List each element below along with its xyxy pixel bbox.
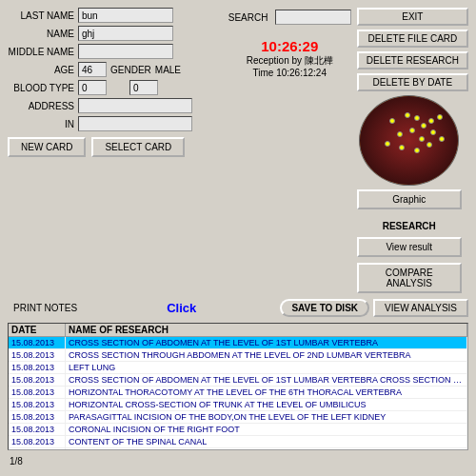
delete-file-card-button[interactable]: DELETE FILE CARD (357, 30, 468, 48)
image-dot (414, 115, 420, 121)
medical-image (359, 95, 459, 186)
in-label: IN (8, 119, 74, 129)
search-label: SEARCH (228, 12, 271, 23)
new-card-button[interactable]: NEW CARD (8, 137, 86, 157)
cell-date: 15.08.2013 (9, 337, 66, 348)
name-input[interactable] (78, 26, 173, 41)
table-row[interactable]: 15.08.2013HORIZONTAL CROSS-SECTION OF TR… (9, 399, 467, 411)
click-text: Click (87, 301, 276, 315)
in-input[interactable] (78, 116, 192, 131)
image-dot (421, 123, 426, 129)
table-row[interactable]: 15.08.2013CORONAL INCISION OF THE RIGHT … (9, 424, 467, 436)
reception-text: Reception by 陳北樺 (247, 54, 333, 68)
research-label: RESEARCH (383, 221, 436, 231)
image-dot (437, 114, 443, 120)
image-dot (428, 118, 434, 124)
view-result-button[interactable]: View result (357, 237, 462, 257)
image-dot (389, 118, 395, 124)
compare-analysis-button[interactable]: COMPARE ANALYSIS (357, 263, 462, 293)
age-label: AGE (8, 65, 74, 75)
image-panel: Graphic RESEARCH View result COMPARE ANA… (357, 95, 462, 293)
gender-label: GENDER (110, 65, 151, 75)
cell-date: 15.08.2013 (9, 374, 66, 386)
graphic-button[interactable]: Graphic (357, 189, 462, 209)
print-notes-label: PRINT NOTES (8, 301, 83, 315)
cell-date: 15.08.2013 (9, 411, 66, 423)
gender-value: MALE (155, 65, 181, 75)
image-dot (414, 148, 420, 153)
table-section: DATE NAME OF RESEARCH 15.08.2013CROSS SE… (8, 323, 468, 450)
action-buttons: NEW CARD SELECT CARD (8, 134, 223, 160)
cell-date: 15.08.2013 (9, 424, 66, 435)
save-to-disk-button[interactable]: SAVE TO DISK (280, 299, 369, 317)
cell-name: HORIZONTAL THORACOTOMY AT THE LEVEL OF T… (66, 387, 467, 398)
search-row: SEARCH (228, 10, 351, 25)
middle-name-row: MIDDLE NAME (8, 44, 223, 59)
cell-date: 15.08.2013 (9, 362, 66, 373)
cell-date: 15.08.2013 (9, 448, 66, 450)
table-row[interactable]: 15.08.2013CROSS SECTION OF ABDOMEN AT TH… (9, 374, 467, 387)
table-row[interactable]: 15.08.2013CROSS SECTION THROUGH ABDOMEN … (9, 349, 467, 362)
table-row[interactable]: 15.08.2013CROSS SECTION OF ABDOMEN AT TH… (9, 337, 467, 349)
image-dot (419, 136, 425, 142)
address-label: ADDRESS (8, 101, 74, 111)
search-input[interactable] (275, 10, 351, 25)
table-row[interactable]: 15.08.2013ARTERIAL WILLIS RING,VIEW FROM… (9, 448, 467, 450)
blood-rh-input[interactable] (129, 80, 158, 95)
time-local: Time 10:26:12:24 (253, 68, 327, 78)
last-name-input[interactable] (78, 8, 173, 23)
center-panel: SEARCH 10:26:29 Reception by 陳北樺 Time 10… (228, 8, 351, 293)
cell-date: 15.08.2013 (9, 387, 66, 398)
footer-row: 1/8 (8, 454, 468, 468)
last-name-label: LAST NAME (8, 10, 74, 21)
blood-label: BLOOD TYPE (8, 83, 74, 93)
cell-name: CROSS SECTION OF ABDOMEN AT THE LEVEL OF… (66, 337, 467, 348)
image-dot (385, 141, 390, 147)
cell-name: CROSS SECTION OF ABDOMEN AT THE LEVEL OF… (66, 374, 467, 386)
image-dot (439, 136, 445, 142)
table-body: 15.08.2013CROSS SECTION OF ABDOMEN AT TH… (9, 337, 467, 450)
blood-type-input[interactable] (78, 80, 107, 95)
image-dot (426, 142, 432, 148)
select-card-button[interactable]: SELECT CARD (91, 137, 185, 157)
cell-date: 15.08.2013 (9, 399, 66, 410)
name-row: NAME (8, 26, 223, 41)
toolbar-section: PRINT NOTES Click SAVE TO DISK VIEW ANAL… (8, 297, 468, 319)
address-input[interactable] (78, 98, 192, 113)
name-label: NAME (8, 29, 74, 39)
age-gender-row: AGE GENDER MALE (8, 62, 223, 77)
cell-name: HORIZONTAL CROSS-SECTION OF TRUNK AT THE… (66, 399, 467, 410)
cell-name: CONTENT OF THE SPINAL CANAL (66, 436, 467, 447)
last-name-row: LAST NAME (8, 8, 223, 23)
age-input[interactable] (78, 62, 107, 77)
col-date-header: DATE (9, 324, 66, 336)
cell-name: LEFT LUNG (66, 362, 467, 373)
right-panel: EXIT DELETE FILE CARD DELETE RESEARCH DE… (357, 8, 468, 293)
view-analysis-button[interactable]: VIEW ANALYSIS (373, 299, 468, 317)
image-dot (409, 128, 415, 133)
page-info: 1/8 (10, 456, 23, 466)
table-row[interactable]: 15.08.2013CONTENT OF THE SPINAL CANAL (9, 436, 467, 448)
table-row[interactable]: 15.08.2013LEFT LUNG (9, 362, 467, 374)
left-panel: LAST NAME NAME MIDDLE NAME AGE GENDER MA… (8, 8, 223, 293)
image-dot (430, 129, 436, 135)
table-row[interactable]: 15.08.2013HORIZONTAL THORACOTOMY AT THE … (9, 387, 467, 399)
cell-name: CROSS SECTION THROUGH ABDOMEN AT THE LEV… (66, 349, 467, 361)
time-display: 10:26:29 (261, 38, 318, 54)
col-name-header: NAME OF RESEARCH (66, 324, 467, 336)
delete-research-button[interactable]: DELETE RESEARCH (357, 51, 468, 69)
cell-name: PARASAGITTAL INCISION OF THE BODY,ON THE… (66, 411, 467, 423)
image-dot (405, 112, 410, 118)
delete-by-date-button[interactable]: DELETE BY DATE (357, 73, 468, 91)
blood-row: BLOOD TYPE (8, 80, 223, 95)
middle-name-input[interactable] (78, 44, 173, 59)
middle-name-label: MIDDLE NAME (8, 47, 74, 57)
cell-date: 15.08.2013 (9, 349, 66, 361)
table-header: DATE NAME OF RESEARCH (9, 324, 467, 337)
cell-name: CORONAL INCISION OF THE RIGHT FOOT (66, 424, 467, 435)
exit-button[interactable]: EXIT (357, 8, 468, 26)
medical-image-inner (360, 96, 458, 185)
address-row: ADDRESS (8, 98, 223, 113)
table-row[interactable]: 15.08.2013PARASAGITTAL INCISION OF THE B… (9, 411, 467, 424)
in-row: IN (8, 116, 223, 131)
